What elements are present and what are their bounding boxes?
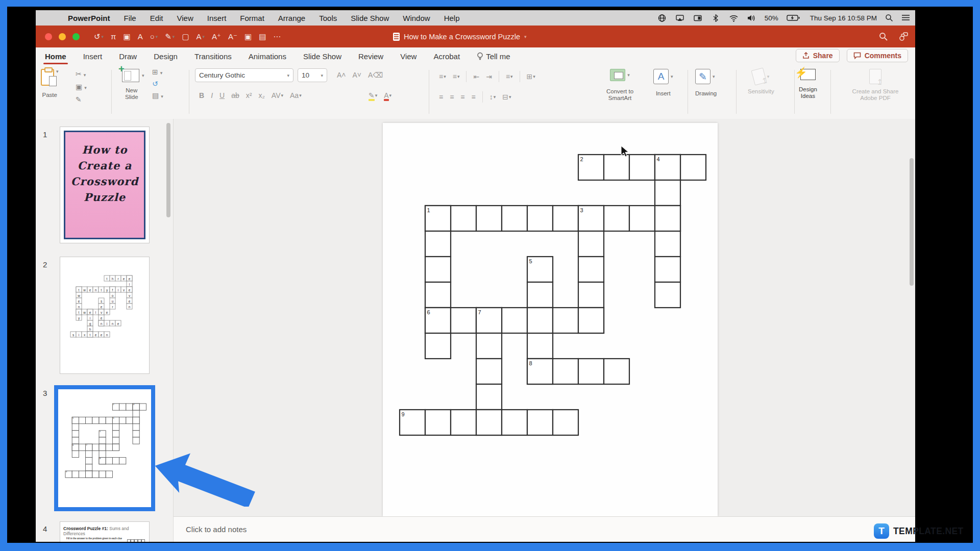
italic-button[interactable]: I (211, 91, 213, 99)
slide-1-thumbnail[interactable]: How to Create a Crossword Puzzle (60, 127, 150, 243)
reset-slide-button[interactable]: ↺ (152, 80, 163, 88)
font-size-combobox[interactable]: 10▾ (298, 68, 327, 82)
menu-item-arrange[interactable]: Arrange (278, 14, 305, 22)
canvas-scrollbar[interactable] (910, 158, 914, 286)
bring-forward-icon[interactable]: ▣ (244, 32, 252, 41)
keyboard-icon[interactable] (693, 14, 703, 22)
document-title[interactable]: How to Make a Crowssword Puzzle (404, 33, 520, 41)
new-slide-button[interactable]: ▾ New Slide (119, 69, 144, 101)
columns-button[interactable]: ⊞▾ (527, 72, 535, 81)
change-case-button[interactable]: Aa▾ (290, 91, 302, 99)
slide-4-thumbnail[interactable]: Crossword Puzzle #1: Sums and Difference… (60, 521, 150, 542)
align-text-button[interactable]: ⊟▾ (502, 93, 511, 101)
highlight-button[interactable]: ✎▾ (369, 91, 377, 99)
font-color-chevron-icon[interactable]: ▾ (203, 34, 205, 39)
grow-font-button[interactable]: A˄ (337, 71, 346, 79)
strikethrough-button[interactable]: ab (231, 91, 239, 99)
multilevel-list-button[interactable]: ≡▾ (506, 72, 513, 81)
menu-bar-clock[interactable]: Thu Sep 16 10:58 PM (810, 14, 877, 22)
zoom-window-button[interactable] (72, 33, 80, 40)
more-commands-icon[interactable]: ⋯ (273, 32, 281, 41)
close-window-button[interactable] (45, 33, 52, 40)
tab-acrobat[interactable]: Acrobat (433, 49, 460, 63)
search-icon[interactable] (879, 32, 888, 41)
wifi-icon[interactable] (729, 14, 739, 22)
ink-pen-icon[interactable]: ✎▾ (165, 32, 175, 41)
menu-item-slide-show[interactable]: Slide Show (351, 14, 389, 22)
globe-icon[interactable] (657, 14, 667, 22)
section-button[interactable]: ▤ ▾ (152, 91, 163, 99)
undo-icon[interactable]: ↺▾ (94, 32, 104, 41)
font-color-button[interactable]: A▾ (384, 91, 391, 99)
undo-chevron-icon[interactable]: ▾ (102, 34, 104, 39)
drawing-button[interactable]: ✎ ▾ Drawing (695, 69, 717, 97)
volume-icon[interactable] (747, 14, 756, 22)
clear-formatting-button[interactable]: A⌫ (368, 71, 383, 79)
tab-animations[interactable]: Animations (249, 49, 286, 63)
tab-design[interactable]: Design (154, 49, 178, 63)
object-icon[interactable]: ▢ (182, 32, 189, 41)
bullets-button[interactable]: ≡▾ (439, 72, 446, 81)
textbox-icon[interactable]: A (138, 32, 143, 41)
justify-button[interactable]: ≡ (472, 93, 476, 101)
share-button[interactable]: Share (796, 49, 840, 62)
slide-layout-button[interactable]: ⊞ ▾ (152, 68, 163, 76)
tell-me-button[interactable]: Tell me (477, 52, 510, 61)
paste-chevron-icon[interactable]: ▾ (56, 69, 59, 74)
format-painter-button[interactable]: ✎ (76, 95, 87, 104)
font-name-combobox[interactable]: Century Gothic▾ (195, 68, 293, 82)
menu-item-view[interactable]: View (177, 14, 193, 22)
font-color-icon[interactable]: A▾ (197, 32, 205, 41)
align-right-button[interactable]: ≡ (460, 93, 464, 101)
bluetooth-icon[interactable] (711, 14, 721, 22)
equation-icon[interactable]: π (111, 32, 116, 41)
menu-item-powerpoint[interactable]: PowerPoint (68, 14, 110, 22)
slide-3-thumbnail-selected[interactable]: 241356789 (54, 385, 155, 511)
send-backward-icon[interactable]: ▤ (259, 32, 266, 41)
ink-pen-chevron-icon[interactable]: ▾ (173, 34, 175, 39)
picture-icon[interactable]: ▣ (123, 32, 130, 41)
bold-button[interactable]: B (199, 91, 204, 99)
control-center-icon[interactable] (901, 14, 910, 21)
menu-item-insert[interactable]: Insert (207, 14, 227, 22)
align-center-button[interactable]: ≡ (450, 93, 454, 101)
decrease-indent-button[interactable]: ⇤ (473, 72, 479, 81)
numbering-button[interactable]: ≡▾ (453, 72, 460, 81)
tab-view[interactable]: View (400, 49, 416, 63)
grow-font-icon[interactable]: A⁺ (212, 32, 221, 41)
tab-insert[interactable]: Insert (83, 49, 103, 63)
shape-icon[interactable]: ○▾ (150, 32, 158, 41)
subscript-button[interactable]: x₂ (258, 91, 264, 99)
tab-slide-show[interactable]: Slide Show (303, 49, 341, 63)
copy-button[interactable]: ▣ ▾ (76, 83, 87, 91)
create-adobe-pdf-button[interactable]: Create and Share Adobe PDF (840, 69, 911, 102)
superscript-button[interactable]: x² (246, 91, 252, 99)
align-left-button[interactable]: ≡ (439, 93, 443, 101)
menu-item-tools[interactable]: Tools (319, 14, 337, 22)
title-chevron-icon[interactable]: ▾ (524, 34, 527, 39)
menu-item-format[interactable]: Format (240, 14, 264, 22)
convert-to-smartart-button[interactable]: ▾ Convert to SmartArt (606, 69, 633, 102)
menu-item-help[interactable]: Help (444, 14, 460, 22)
tab-transitions[interactable]: Transitions (194, 49, 232, 63)
comments-button[interactable]: Comments (847, 49, 908, 62)
shrink-font-icon[interactable]: A⁻ (228, 32, 237, 41)
shrink-font-button[interactable]: A˅ (353, 71, 362, 79)
increase-indent-button[interactable]: ⇥ (486, 72, 492, 81)
new-slide-chevron-icon[interactable]: ▾ (142, 73, 144, 78)
shape-chevron-icon[interactable]: ▾ (156, 34, 158, 39)
tab-home[interactable]: Home (45, 49, 66, 63)
presence-share-icon[interactable] (899, 32, 909, 41)
minimize-window-button[interactable] (59, 33, 66, 40)
character-spacing-button[interactable]: AV▾ (272, 91, 283, 99)
menu-item-file[interactable]: File (124, 14, 136, 22)
thumbnail-scrollbar[interactable] (166, 123, 170, 217)
display-mirroring-icon[interactable] (675, 14, 685, 22)
paste-button[interactable]: ▾ Paste (41, 69, 59, 98)
design-ideas-button[interactable]: Design Ideas (799, 69, 817, 99)
underline-button[interactable]: U (219, 91, 225, 99)
slide-2-thumbnail[interactable]: threeeleventwentyfivetwentyfourseventwel… (60, 257, 150, 374)
spotlight-icon[interactable] (885, 14, 893, 22)
menu-item-window[interactable]: Window (403, 14, 430, 22)
sensitivity-button[interactable]: ▾ Sensitivity (748, 69, 774, 95)
